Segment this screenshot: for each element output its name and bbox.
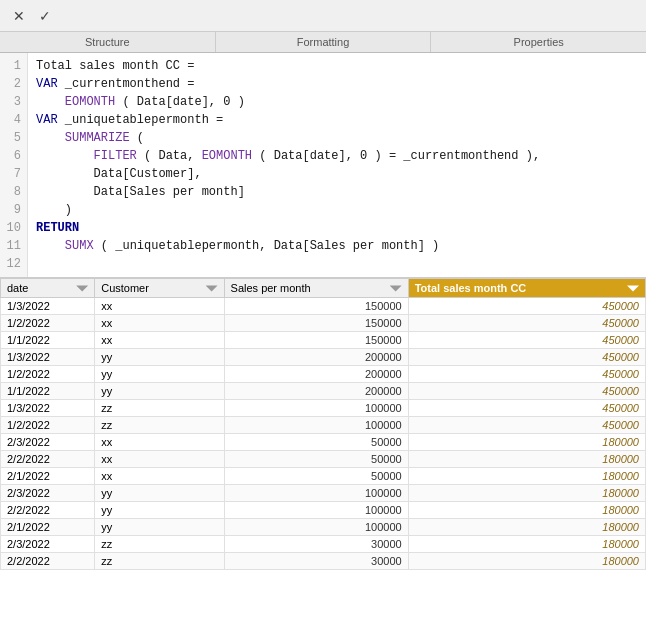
cell-sales: 150000: [224, 315, 408, 332]
cell-customer: xx: [95, 451, 224, 468]
cell-date: 2/3/2022: [1, 536, 95, 553]
table-row: 1/2/2022yy200000450000: [1, 366, 646, 383]
cell-customer: yy: [95, 485, 224, 502]
tab-formatting[interactable]: Formatting: [216, 32, 432, 52]
data-table-container: date Customer Sales per month: [0, 278, 646, 619]
cell-total: 450000: [408, 383, 645, 400]
cell-total: 180000: [408, 502, 645, 519]
cell-date: 1/3/2022: [1, 349, 95, 366]
cell-sales: 50000: [224, 451, 408, 468]
cell-customer: zz: [95, 553, 224, 570]
data-table: date Customer Sales per month: [0, 278, 646, 570]
cell-date: 2/1/2022: [1, 519, 95, 536]
table-header-row: date Customer Sales per month: [1, 279, 646, 298]
cell-date: 1/3/2022: [1, 400, 95, 417]
table-row: 2/2/2022xx50000180000: [1, 451, 646, 468]
cell-date: 1/2/2022: [1, 366, 95, 383]
cell-sales: 30000: [224, 536, 408, 553]
cell-sales: 50000: [224, 468, 408, 485]
cell-total: 450000: [408, 366, 645, 383]
sales-filter-icon[interactable]: [390, 282, 402, 294]
cell-date: 2/3/2022: [1, 485, 95, 502]
table-row: 1/3/2022zz100000450000: [1, 400, 646, 417]
line-numbers: 12345 678910 1112: [0, 53, 28, 277]
cell-total: 180000: [408, 519, 645, 536]
cell-sales: 100000: [224, 485, 408, 502]
cell-total: 450000: [408, 315, 645, 332]
cell-date: 2/2/2022: [1, 502, 95, 519]
col-sales[interactable]: Sales per month: [224, 279, 408, 298]
table-row: 1/2/2022xx150000450000: [1, 315, 646, 332]
cell-sales: 100000: [224, 502, 408, 519]
cell-total: 450000: [408, 400, 645, 417]
cell-customer: yy: [95, 502, 224, 519]
table-row: 2/2/2022zz30000180000: [1, 553, 646, 570]
cell-customer: xx: [95, 434, 224, 451]
total-filter-icon[interactable]: [627, 282, 639, 294]
cell-total: 180000: [408, 553, 645, 570]
cell-total: 450000: [408, 417, 645, 434]
cell-date: 2/3/2022: [1, 434, 95, 451]
table-row: 1/3/2022xx150000450000: [1, 298, 646, 315]
cell-customer: xx: [95, 298, 224, 315]
col-date[interactable]: date: [1, 279, 95, 298]
cell-customer: xx: [95, 468, 224, 485]
date-filter-icon[interactable]: [76, 282, 88, 294]
cell-customer: xx: [95, 332, 224, 349]
close-button[interactable]: ✕: [8, 5, 30, 27]
confirm-button[interactable]: ✓: [34, 5, 56, 27]
cell-sales: 200000: [224, 383, 408, 400]
cell-total: 450000: [408, 349, 645, 366]
cell-total: 180000: [408, 536, 645, 553]
cell-customer: zz: [95, 417, 224, 434]
table-row: 2/3/2022zz30000180000: [1, 536, 646, 553]
tab-structure[interactable]: Structure: [0, 32, 216, 52]
cell-date: 1/1/2022: [1, 383, 95, 400]
cell-customer: zz: [95, 536, 224, 553]
cell-total: 450000: [408, 332, 645, 349]
cell-total: 450000: [408, 298, 645, 315]
table-body: 1/3/2022xx1500004500001/2/2022xx15000045…: [1, 298, 646, 570]
tab-header: Structure Formatting Properties: [0, 32, 646, 53]
cell-customer: yy: [95, 383, 224, 400]
cell-date: 2/2/2022: [1, 553, 95, 570]
cell-sales: 150000: [224, 332, 408, 349]
cell-customer: yy: [95, 366, 224, 383]
cell-date: 1/3/2022: [1, 298, 95, 315]
table-row: 1/1/2022xx150000450000: [1, 332, 646, 349]
cell-date: 1/2/2022: [1, 315, 95, 332]
col-total[interactable]: Total sales month CC: [408, 279, 645, 298]
cell-date: 1/2/2022: [1, 417, 95, 434]
cell-customer: yy: [95, 349, 224, 366]
cell-date: 1/1/2022: [1, 332, 95, 349]
cell-sales: 100000: [224, 519, 408, 536]
cell-total: 180000: [408, 451, 645, 468]
col-customer[interactable]: Customer: [95, 279, 224, 298]
code-editor[interactable]: 12345 678910 1112 Total sales month CC =…: [0, 53, 646, 278]
cell-date: 2/1/2022: [1, 468, 95, 485]
cell-sales: 150000: [224, 298, 408, 315]
table-row: 2/2/2022yy100000180000: [1, 502, 646, 519]
cell-customer: xx: [95, 315, 224, 332]
customer-filter-icon[interactable]: [206, 282, 218, 294]
toolbar: ✕ ✓: [0, 0, 646, 32]
cell-total: 180000: [408, 485, 645, 502]
cell-sales: 100000: [224, 400, 408, 417]
cell-date: 2/2/2022: [1, 451, 95, 468]
cell-sales: 50000: [224, 434, 408, 451]
cell-customer: zz: [95, 400, 224, 417]
code-content[interactable]: Total sales month CC = VAR _currentmonth…: [28, 53, 646, 277]
table-row: 1/1/2022yy200000450000: [1, 383, 646, 400]
cell-total: 180000: [408, 434, 645, 451]
tab-properties[interactable]: Properties: [431, 32, 646, 52]
table-row: 1/2/2022zz100000450000: [1, 417, 646, 434]
table-row: 1/3/2022yy200000450000: [1, 349, 646, 366]
table-row: 2/1/2022yy100000180000: [1, 519, 646, 536]
cell-customer: yy: [95, 519, 224, 536]
cell-total: 180000: [408, 468, 645, 485]
table-row: 2/3/2022xx50000180000: [1, 434, 646, 451]
cell-sales: 100000: [224, 417, 408, 434]
table-row: 2/3/2022yy100000180000: [1, 485, 646, 502]
cell-sales: 30000: [224, 553, 408, 570]
cell-sales: 200000: [224, 349, 408, 366]
